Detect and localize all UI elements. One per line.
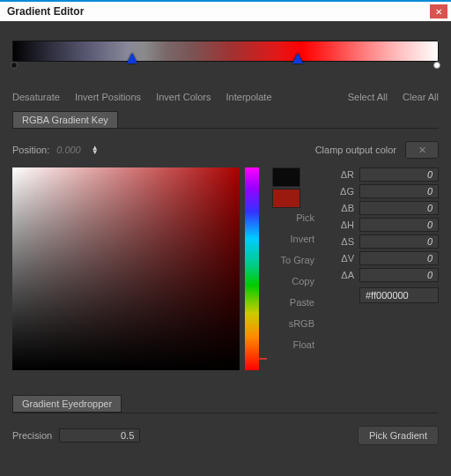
position-control: Position: 0.000 ▲ ▼: [12, 145, 99, 155]
close-button[interactable]: ✕: [430, 4, 447, 19]
select-all-action[interactable]: Select All: [348, 92, 388, 102]
delta-a-input[interactable]: [359, 268, 439, 282]
delta-a-label: ΔA: [336, 270, 354, 280]
delta-v-label: ΔV: [336, 253, 354, 264]
gradient-handle-1[interactable]: [127, 53, 137, 63]
interpolate-action[interactable]: Interpolate: [226, 92, 272, 102]
paste-action[interactable]: Paste: [276, 294, 314, 310]
pick-action[interactable]: Pick: [276, 210, 314, 226]
copy-action[interactable]: Copy: [276, 273, 314, 289]
swatch-alt[interactable]: [272, 189, 300, 208]
tab-gradient-eyedropper[interactable]: Gradient Eyedropper: [12, 395, 122, 413]
gradient-toolbar: Desaturate Invert Positions Invert Color…: [12, 92, 439, 102]
clamp-label: Clamp output color: [315, 145, 396, 155]
color-sv-picker[interactable]: [12, 167, 240, 370]
close-icon: ✕: [435, 7, 442, 17]
delta-v-input[interactable]: [359, 251, 439, 265]
invert-colors-action[interactable]: Invert Colors: [156, 92, 211, 102]
hue-indicator: [258, 358, 267, 360]
position-value[interactable]: 0.000: [56, 145, 81, 155]
clear-all-action[interactable]: Clear All: [403, 92, 439, 102]
stepper-down-icon[interactable]: ▼: [92, 150, 99, 154]
gradient-strip[interactable]: [12, 41, 439, 76]
delta-s-input[interactable]: [359, 234, 439, 249]
delta-g-label: ΔG: [336, 186, 354, 197]
precision-input[interactable]: [59, 428, 140, 443]
delta-b-label: ΔB: [336, 203, 354, 213]
delta-r-label: ΔR: [336, 169, 354, 180]
eyedropper-divider: [12, 413, 439, 413]
position-label: Position:: [12, 145, 49, 155]
gradient-stop-end[interactable]: [433, 62, 440, 69]
delta-s-label: ΔS: [336, 236, 354, 247]
gradient-handle-2[interactable]: [292, 53, 303, 63]
hex-input[interactable]: [359, 287, 439, 303]
hue-slider[interactable]: [245, 167, 259, 370]
float-action[interactable]: Float: [276, 337, 314, 353]
delta-h-label: ΔH: [336, 219, 354, 230]
precision-label: Precision: [12, 430, 52, 441]
togray-action[interactable]: To Gray: [276, 252, 314, 268]
delta-r-input[interactable]: [359, 167, 439, 182]
tab-rgba-gradient-key[interactable]: RGBA Gradient Key: [12, 111, 118, 129]
swatch-current[interactable]: [272, 167, 300, 187]
delta-b-input[interactable]: [359, 201, 439, 215]
clamp-x-icon: ✕: [418, 145, 426, 156]
gradient-stop-start[interactable]: [11, 62, 18, 69]
srgb-action[interactable]: sRGB: [276, 316, 314, 331]
position-stepper[interactable]: ▲ ▼: [92, 145, 99, 154]
window-title: Gradient Editor: [7, 5, 84, 18]
invert-action[interactable]: Invert: [276, 231, 314, 247]
delta-g-input[interactable]: [359, 184, 439, 198]
invert-positions-action[interactable]: Invert Positions: [75, 92, 141, 102]
gradient-preview: [12, 41, 439, 62]
titlebar: Gradient Editor ✕: [0, 0, 451, 21]
delta-h-input[interactable]: [359, 218, 439, 232]
clamp-button[interactable]: ✕: [405, 141, 439, 159]
desaturate-action[interactable]: Desaturate: [12, 92, 60, 102]
pick-gradient-button[interactable]: Pick Gradient: [358, 426, 439, 445]
